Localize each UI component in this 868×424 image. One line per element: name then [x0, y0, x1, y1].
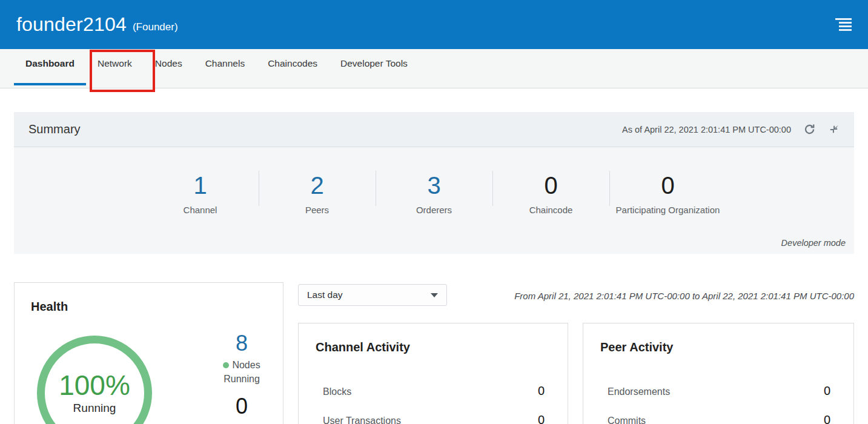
summary-title: Summary [28, 122, 81, 136]
health-donut: 100% Running [37, 336, 152, 424]
time-range-selected-value: Last day [307, 290, 343, 300]
tab-channels[interactable]: Channels [194, 49, 257, 85]
tab-network[interactable]: Network [86, 49, 144, 85]
channel-activity-title: Channel Activity [316, 340, 410, 354]
channel-activity-rows: Blocks 0 User Transactions 0 [323, 378, 545, 424]
summary-header: Summary As of April 22, 2021 2:01:41 PM … [14, 112, 854, 147]
stat-chaincode: 0 Chaincode [492, 172, 609, 216]
stat-chaincode-value: 0 [492, 172, 609, 199]
summary-panel: Summary As of April 22, 2021 2:01:41 PM … [14, 112, 854, 254]
stat-orderers: 3 Orderers [376, 172, 492, 216]
hamburger-menu-icon[interactable] [835, 18, 852, 31]
time-range-caption: From April 21, 2021 2:01:41 PM UTC-00:00… [514, 291, 854, 301]
stat-peers: 2 Peers [259, 172, 376, 216]
stat-channel-value: 1 [142, 172, 259, 199]
tab-nodes[interactable]: Nodes [144, 49, 194, 85]
stat-channel: 1 Channel [142, 172, 259, 216]
collapse-icon[interactable] [828, 124, 840, 135]
channel-activity-card: Channel Activity Blocks 0 User Transacti… [298, 323, 568, 424]
commits-value: 0 [824, 413, 830, 424]
table-row: User Transactions 0 [323, 413, 545, 424]
health-percent-label: Running [73, 402, 116, 415]
time-range-select[interactable]: Last day [298, 284, 447, 306]
stat-orderers-value: 3 [376, 172, 492, 199]
table-row: Endorsements 0 [608, 384, 830, 407]
stat-participating-org: 0 Participating Organization [609, 172, 726, 216]
health-stats-column: 8 Nodes Running 0 [199, 331, 284, 419]
commits-label: Commits [608, 416, 646, 424]
health-title: Health [31, 300, 68, 314]
tab-bar: Dashboard Network Nodes Channels Chainco… [0, 49, 868, 88]
tab-developer-tools[interactable]: Developer Tools [329, 49, 419, 85]
stat-channel-label: Channel [142, 204, 259, 216]
instance-title: founder2104 [16, 13, 127, 36]
nodes-running-value: 8 [199, 331, 284, 356]
tab-list: Dashboard Network Nodes Channels Chainco… [14, 49, 868, 85]
app-header: founder2104 (Founder) [0, 0, 868, 49]
tab-chaincodes[interactable]: Chaincodes [256, 49, 329, 85]
health-second-value: 0 [199, 394, 284, 419]
refresh-icon[interactable] [803, 123, 816, 136]
peer-activity-rows: Endorsements 0 Commits 0 [608, 378, 830, 424]
endorsements-value: 0 [824, 384, 830, 398]
peer-activity-title: Peer Activity [600, 340, 673, 354]
stat-peers-label: Peers [259, 204, 376, 216]
peer-activity-card: Peer Activity Endorsements 0 Commits 0 [583, 323, 854, 424]
user-transactions-value: 0 [538, 413, 545, 424]
user-transactions-label: User Transactions [323, 416, 401, 424]
green-status-dot-icon [223, 362, 229, 368]
chevron-down-icon [431, 293, 438, 297]
blocks-value: 0 [538, 384, 545, 398]
summary-body: 1 Channel 2 Peers 3 Orderers 0 Chaincode… [14, 147, 854, 254]
endorsements-label: Endorsements [608, 386, 670, 397]
developer-mode-note: Developer mode [781, 238, 846, 248]
health-percent: 100% [59, 371, 130, 399]
summary-stats: 1 Channel 2 Peers 3 Orderers 0 Chaincode… [142, 147, 726, 216]
stat-participating-org-value: 0 [609, 172, 726, 199]
stat-participating-org-label: Participating Organization [609, 204, 726, 216]
table-row: Blocks 0 [323, 384, 545, 407]
table-row: Commits 0 [608, 413, 830, 424]
nodes-running-label: Nodes Running [214, 358, 270, 386]
health-card: Health 100% Running 8 Nodes Running 0 [14, 282, 283, 424]
nodes-running-label-text: Nodes Running [224, 360, 260, 384]
tab-dashboard[interactable]: Dashboard [14, 49, 86, 85]
as-of-timestamp: As of April 22, 2021 2:01:41 PM UTC-00:0… [622, 125, 791, 134]
instance-role: (Founder) [133, 16, 178, 33]
stat-orderers-label: Orderers [376, 204, 492, 216]
stat-chaincode-label: Chaincode [492, 204, 609, 216]
stat-peers-value: 2 [259, 172, 376, 199]
blocks-label: Blocks [323, 386, 351, 397]
